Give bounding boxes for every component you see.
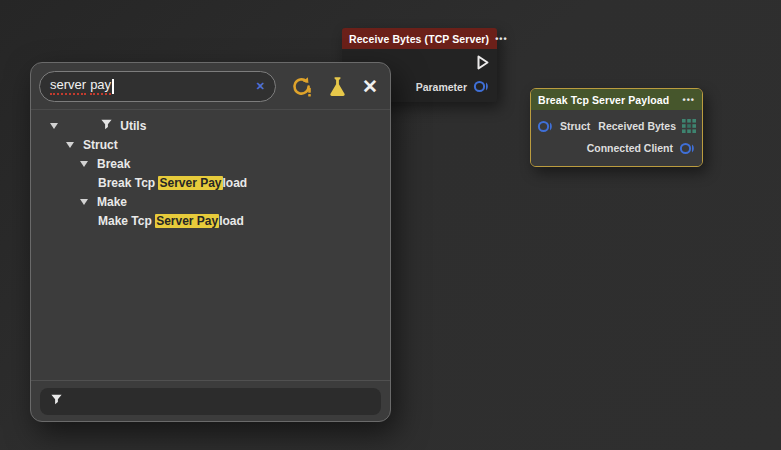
tree-item-make-tcp-server-payload[interactable]: Make Tcp Server Payload	[31, 211, 390, 230]
tree-item-make[interactable]: Make	[31, 192, 390, 211]
node-title: Break Tcp Server Payload	[538, 94, 669, 106]
parameter-output-pin[interactable]	[473, 80, 490, 93]
action-search-popup: server pay ✕ ✕	[30, 62, 391, 422]
tree-item-struct[interactable]: Struct	[31, 135, 390, 154]
pin-label-received-bytes: Received Bytes	[598, 120, 676, 132]
connected-client-output-pin[interactable]	[679, 142, 696, 155]
node-break-tcp-server-payload[interactable]: Break Tcp Server Payload ••• Struct Rece…	[530, 88, 703, 167]
received-bytes-array-output-pin[interactable]	[682, 119, 696, 133]
close-icon[interactable]: ✕	[362, 77, 378, 96]
search-input-text: server pay	[50, 77, 114, 95]
search-input[interactable]: server pay ✕	[39, 71, 276, 102]
search-results-tree: Utils Struct Break Break Tcp Server Payl…	[31, 110, 390, 230]
pin-label-struct: Struct	[560, 120, 590, 132]
expander-arrow-icon[interactable]	[80, 199, 88, 205]
expander-arrow-icon[interactable]	[50, 123, 58, 129]
tree-item-break-tcp-server-payload[interactable]: Break Tcp Server Payload	[31, 173, 390, 192]
tree-item-utils[interactable]: Utils	[31, 116, 390, 135]
refresh-warning-icon[interactable]	[290, 75, 313, 98]
clear-search-icon[interactable]: ✕	[256, 81, 265, 92]
tree-item-break[interactable]: Break	[31, 154, 390, 173]
search-match-highlight: Server Pay	[155, 214, 219, 228]
expander-arrow-icon[interactable]	[80, 161, 88, 167]
node-menu-dots[interactable]: •••	[683, 95, 695, 105]
struct-input-pin[interactable]	[537, 120, 554, 133]
text-caret	[112, 79, 114, 94]
node-title: Receive Bytes (TCP Server)	[349, 33, 489, 45]
pin-label-parameter: Parameter	[416, 81, 467, 93]
node-menu-dots[interactable]: •••	[495, 34, 507, 44]
exec-output-pin[interactable]	[476, 54, 490, 75]
flask-icon[interactable]	[328, 76, 347, 97]
node-header[interactable]: Break Tcp Server Payload •••	[531, 89, 702, 110]
node-header[interactable]: Receive Bytes (TCP Server) •••	[342, 28, 497, 49]
expander-arrow-icon[interactable]	[66, 142, 74, 148]
popup-footer	[31, 380, 390, 421]
pin-label-connected-client: Connected Client	[587, 142, 673, 154]
graph-canvas[interactable]: Receive Bytes (TCP Server) ••• Parameter	[0, 0, 781, 450]
filter-funnel-icon	[50, 392, 63, 410]
footer-filter-bar[interactable]	[40, 388, 381, 415]
node-body: Struct Received Bytes	[531, 110, 702, 166]
search-match-highlight: Server Pay	[158, 176, 222, 190]
